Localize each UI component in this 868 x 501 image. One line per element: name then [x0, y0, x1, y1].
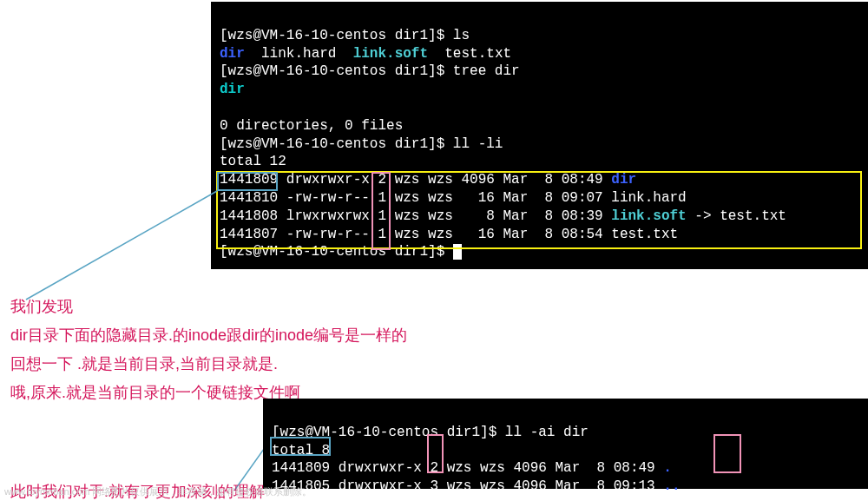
name-linksoft: link.soft [611, 208, 686, 224]
link-soft: link.soft [353, 46, 428, 62]
prompt: [wzs@VM-16-10-centos dir1]$ [220, 28, 453, 43]
inode-4: 1441807 [220, 227, 278, 242]
inode-b1: 1441809 [272, 460, 330, 476]
rest-1: wzs wzs 4096 Mar 8 08:49 [395, 172, 612, 188]
cmd-ll-ai: ll -ai dir [505, 425, 589, 440]
terminal-output-bottom: [wzs@VM-16-10-centos dir1]$ ll -ai dir t… [263, 399, 868, 489]
cmd-tree: tree dir [453, 63, 520, 79]
tree-dir: dir [220, 82, 245, 97]
text: link.hard [245, 46, 353, 62]
inode-2: 1441810 [220, 190, 278, 206]
prompt: [wzs@VM-16-10-centos dir1]$ [220, 136, 453, 152]
text: test.txt [428, 46, 511, 62]
inode-3: 1441808 [220, 208, 278, 224]
rest-3: wzs wzs 8 Mar 8 08:39 [395, 208, 612, 224]
prompt: [wzs@VM-16-10-centos dir1]$ [272, 425, 505, 440]
total: total 12 [220, 154, 286, 169]
annotation-line: 回想一下 .就是当前目录,当前目录就是. [10, 353, 407, 376]
cmd-ll: ll -li [453, 136, 503, 152]
links-4: 1 [370, 227, 395, 242]
prompt: [wzs@VM-16-10-centos dir1]$ [220, 244, 453, 260]
prompt: [wzs@VM-16-10-centos dir1]$ [220, 63, 453, 79]
perm-2: -rw-rw-r-- [278, 190, 370, 206]
cursor-icon [453, 244, 462, 260]
tree-summary: 0 directories, 0 files [220, 118, 403, 134]
cursor-icon [505, 497, 514, 501]
links-1: 2 [370, 172, 395, 188]
connector-line-1 [26, 191, 217, 300]
rest-b2b: wzs wzs 4096 Mar 8 09:13 [438, 478, 663, 494]
perm-4: -rw-rw-r-- [278, 227, 370, 242]
perm-1: drwxrwxr-x [278, 172, 370, 188]
links-3: 1 [370, 208, 395, 224]
name-dotdot: .. [663, 478, 680, 494]
rest-b2a: drwxrwxr-x [330, 478, 430, 494]
links-b1: 2 [430, 460, 438, 476]
links-2: 1 [370, 190, 395, 206]
watermark: www.toymoban.com 网络图片仅供展示，非存储，如有侵权请联系删除。 [4, 485, 312, 498]
links-b2: 3 [430, 478, 438, 494]
name-dir: dir [611, 172, 636, 188]
annotation-block-1: 我们发现 dir目录下面的隐藏目录.的inode跟dir的inode编号是一样的… [10, 295, 407, 405]
cmd-ls: ls [453, 28, 470, 43]
rest-b1b: wzs wzs 4096 Mar 8 08:49 [438, 460, 663, 476]
inode-1: 1441809 [220, 172, 278, 188]
arrow: -> test.txt [687, 208, 786, 224]
rest-4: wzs wzs 16 Mar 8 08:54 test.txt [395, 227, 678, 242]
name-dot: . [663, 460, 672, 476]
total: total 8 [272, 443, 330, 458]
dir-name: dir [220, 46, 245, 62]
annotation-line: dir目录下面的隐藏目录.的inode跟dir的inode编号是一样的 [10, 324, 407, 347]
rest-b1a: drwxrwxr-x [330, 460, 430, 476]
perm-3: lrwxrwxrwx [278, 208, 370, 224]
rest-2: wzs wzs 16 Mar 8 09:07 link.hard [395, 190, 687, 206]
annotation-line: 我们发现 [10, 295, 407, 319]
terminal-output-top: [wzs@VM-16-10-centos dir1]$ ls dir link.… [211, 2, 868, 269]
